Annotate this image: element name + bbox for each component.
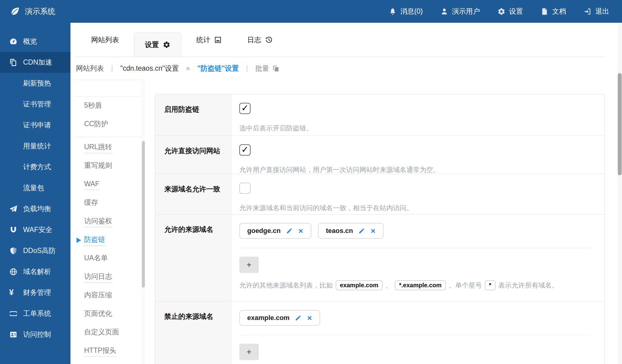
sidebar-item-label: WAF安全 bbox=[23, 225, 52, 234]
menu-scrollbar-thumb[interactable] bbox=[142, 141, 145, 288]
sidebar-item-overview[interactable]: 概览 bbox=[0, 31, 70, 52]
allow-same-origin-checkbox[interactable] bbox=[239, 183, 251, 194]
remove-icon[interactable] bbox=[307, 315, 312, 321]
breadcrumb: 网站列表 | "cdn.teaos.cn"设置 » "防盗链"设置 | 批量 bbox=[76, 57, 279, 80]
menu-item-compression[interactable]: 内容压缩 bbox=[74, 286, 142, 305]
form-row-allow-direct: 允许直接访问网站 ✓ 允许用户直接访问网站，用户第一次访问网站时来源域名通常为空… bbox=[155, 136, 605, 174]
menu-item-access-auth[interactable]: 访问鉴权 bbox=[74, 212, 142, 231]
breadcrumb-batch-button[interactable]: 批量 bbox=[255, 64, 279, 73]
enable-hotlink-checkbox[interactable]: ✓ bbox=[239, 103, 251, 114]
tabbar: 网站列表 设置 统计 日志 bbox=[74, 23, 605, 57]
sidebar: 概览 CDN加速 刷新预热 证书管理 证书申请 用量统计 计费方式 流量包 bbox=[0, 23, 70, 364]
allowed-origin-tags: goedge.cn teaos.cn bbox=[239, 223, 591, 239]
main-content: 网站列表 设置 统计 日志 bbox=[70, 23, 622, 364]
row-content: 允许来源域名和当前访问的域名一致，相当于在站内访问。 bbox=[231, 174, 605, 214]
menu-item-ua-list[interactable]: UA名单 bbox=[74, 249, 142, 268]
sidebar-item-dns[interactable]: 域名解析 bbox=[0, 261, 70, 282]
sidebar-item-label: 工单系统 bbox=[23, 309, 51, 318]
sidebar-item-waf[interactable]: WAF安全 bbox=[0, 219, 70, 240]
add-allowed-origin-button[interactable]: + bbox=[239, 257, 259, 273]
sidebar-item-tickets[interactable]: 工单系统 bbox=[0, 303, 70, 324]
sidebar-item-label: 概览 bbox=[23, 37, 37, 46]
page-scrollbar-thumb[interactable] bbox=[618, 73, 622, 175]
sidebar-item-access-control[interactable]: 访问控制 bbox=[0, 324, 70, 345]
menu-gap bbox=[74, 80, 142, 96]
sidebar-item-label: 负载均衡 bbox=[23, 204, 51, 214]
app-root: 演示系统 消息(0) 演示用户 设置 bbox=[0, 0, 622, 364]
topnav-label: 设置 bbox=[509, 7, 523, 16]
sidebar-item-label: 域名解析 bbox=[23, 267, 51, 276]
globe-icon bbox=[9, 268, 21, 276]
tab-label: 设置 bbox=[145, 40, 159, 49]
page-scrollbar bbox=[617, 23, 622, 364]
sidebar-item-usage-stats[interactable]: 用量统计 bbox=[0, 136, 70, 157]
menu-item-custom-pages[interactable]: 自定义页面 bbox=[74, 323, 142, 342]
menu-item-hotlink-protection[interactable]: 防盗链 bbox=[74, 231, 142, 249]
sidebar-item-billing[interactable]: 计费方式 bbox=[0, 157, 70, 177]
check-icon: ✓ bbox=[241, 104, 248, 113]
check-icon: ✓ bbox=[241, 145, 248, 154]
row-label: 允许的来源域名 bbox=[155, 214, 231, 301]
menu-item-5s-shield[interactable]: 5秒盾 bbox=[74, 97, 142, 115]
allow-direct-checkbox[interactable]: ✓ bbox=[239, 144, 251, 156]
leaf-icon bbox=[10, 7, 20, 16]
menu-item-waf[interactable]: WAF bbox=[74, 175, 142, 194]
cell-divider bbox=[239, 248, 591, 248]
menu-item-url-redirect[interactable]: URL跳转 bbox=[74, 138, 142, 157]
cell-divider bbox=[239, 335, 591, 335]
edit-icon[interactable] bbox=[295, 315, 302, 321]
remove-icon[interactable] bbox=[298, 228, 303, 234]
form-row-denied-origins: 禁止的来源域名 example.com bbox=[155, 302, 605, 364]
topnav-settings[interactable]: 设置 bbox=[497, 7, 523, 16]
menu-item-cache[interactable]: 缓存 bbox=[74, 194, 142, 212]
topnav: 消息(0) 演示用户 设置 文档 bbox=[389, 7, 622, 16]
sidebar-item-cdn[interactable]: CDN加速 bbox=[0, 52, 70, 73]
sidebar-item-cert-manage[interactable]: 证书管理 bbox=[0, 94, 70, 115]
breadcrumb-arrow: » bbox=[186, 64, 190, 72]
sidebar-item-traffic-package[interactable]: 流量包 bbox=[0, 177, 70, 198]
menu-item-page-optimization[interactable]: 页面优化 bbox=[74, 305, 142, 323]
edit-icon[interactable] bbox=[358, 228, 365, 234]
breadcrumb-site-list[interactable]: 网站列表 bbox=[76, 64, 104, 73]
sidebar-item-load-balancer[interactable]: 负载均衡 bbox=[0, 198, 70, 219]
tab-logs[interactable]: 日志 bbox=[237, 23, 283, 57]
copy-icon bbox=[272, 65, 279, 72]
denied-origin-tags: example.com bbox=[239, 310, 591, 326]
remove-icon[interactable] bbox=[371, 228, 376, 234]
plus-icon: + bbox=[247, 347, 251, 357]
hotlink-settings-form: 启用防盗链 ✓ 选中后表示开启防盗链。 允许直接访问网站 bbox=[155, 94, 605, 364]
settings-workarea: 5秒盾 CC防护 URL跳转 重写规则 WAF 缓存 bbox=[74, 80, 622, 364]
plus-icon: + bbox=[247, 260, 251, 270]
menu-item-http-headers[interactable]: HTTP报头 bbox=[74, 342, 142, 360]
topnav-logout[interactable]: 退出 bbox=[584, 7, 609, 16]
sidebar-item-label: 证书管理 bbox=[23, 99, 51, 109]
sidebar-item-ddos[interactable]: DDoS高防 bbox=[0, 240, 70, 261]
topnav-docs[interactable]: 文档 bbox=[541, 7, 566, 16]
menu-scrollbar bbox=[142, 80, 145, 364]
field-description: 选中后表示开启防盗链。 bbox=[239, 124, 591, 133]
sidebar-item-refresh-preheat[interactable]: 刷新预热 bbox=[0, 73, 70, 94]
brand[interactable]: 演示系统 bbox=[0, 6, 55, 16]
breadcrumb-current[interactable]: "防盗链"设置 bbox=[197, 64, 239, 73]
form-row-allow-same-origin: 来源域名允许一致 允许来源域名和当前访问的域名一致，相当于在站内访问。 bbox=[155, 174, 605, 214]
shield-icon bbox=[9, 247, 21, 255]
sidebar-item-label: 刷新预热 bbox=[23, 79, 51, 88]
menu-item-access-log[interactable]: 访问日志 bbox=[74, 268, 142, 286]
user-icon bbox=[440, 8, 448, 15]
sidebar-item-finance[interactable]: ¥ 财务管理 bbox=[0, 282, 70, 303]
tab-site-list[interactable]: 网站列表 bbox=[80, 23, 130, 57]
tab-settings[interactable]: 设置 bbox=[134, 32, 181, 57]
menu-item-rewrite-rules[interactable]: 重写规则 bbox=[74, 157, 142, 175]
menu-item-cc-protection[interactable]: CC防护 bbox=[74, 115, 142, 134]
logout-icon bbox=[584, 8, 592, 15]
sidebar-item-cert-apply[interactable]: 证书申请 bbox=[0, 115, 70, 136]
sidebar-item-label: 证书申请 bbox=[23, 120, 51, 130]
topnav-messages[interactable]: 消息(0) bbox=[389, 7, 423, 16]
breadcrumb-site-settings[interactable]: "cdn.teaos.cn"设置 bbox=[120, 64, 179, 73]
tab-statistics[interactable]: 统计 bbox=[186, 23, 232, 57]
topnav-user[interactable]: 演示用户 bbox=[440, 7, 480, 16]
edit-icon[interactable] bbox=[286, 228, 293, 234]
sidebar-item-label: 计费方式 bbox=[23, 162, 51, 172]
add-denied-origin-button[interactable]: + bbox=[239, 344, 259, 360]
breadcrumb-separator: | bbox=[246, 64, 248, 72]
